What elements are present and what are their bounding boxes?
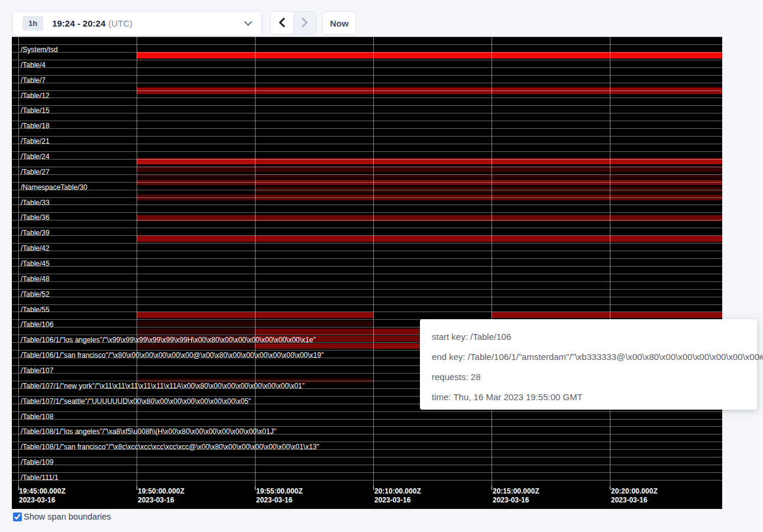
span-boundary-line — [12, 67, 722, 68]
show-span-boundaries-checkbox[interactable] — [13, 512, 22, 521]
row-label: /Table/36 — [21, 214, 50, 221]
heat-band — [137, 52, 722, 59]
heat-band — [373, 343, 420, 349]
row-label: /Table/39 — [21, 229, 50, 236]
span-boundary-line — [12, 105, 722, 106]
time-zone-text: (UTC) — [108, 18, 132, 28]
row-label: /Table/108/1/"san francisco"/"\x8c\xcc\x… — [21, 443, 319, 450]
row-label: /Table/108 — [21, 413, 53, 420]
row-label: /Table/15 — [21, 107, 50, 114]
span-boundary-line — [12, 75, 722, 76]
span-boundary-line — [12, 174, 722, 175]
time-range-select[interactable]: 1h 19:24 - 20:24 (UTC) — [12, 11, 262, 36]
row-label: /Table/42 — [21, 245, 50, 252]
span-boundary-line — [12, 228, 722, 228]
x-axis-label: 19:55:00.000Z2023-03-16 — [256, 487, 303, 505]
row-label: /Table/4 — [21, 61, 46, 69]
heat-band — [255, 329, 373, 335]
prev-time-button[interactable] — [271, 12, 293, 34]
span-boundary-line — [12, 235, 722, 236]
row-label: /Table/52 — [21, 291, 50, 298]
heat-band — [137, 329, 255, 335]
span-boundary-line — [12, 151, 722, 152]
row-label: /Table/109 — [21, 459, 53, 466]
span-boundary-line — [12, 44, 722, 45]
span-boundary-line — [12, 220, 722, 220]
span-boundary-line — [12, 113, 722, 113]
span-boundary-line — [12, 90, 722, 91]
column-grid-line — [373, 37, 374, 486]
span-boundary-line — [12, 52, 722, 53]
key-visualizer-canvas[interactable]: /System/tsd/Table/4/Table/7/Table/12/Tab… — [12, 37, 722, 509]
span-boundary-line — [12, 212, 722, 213]
column-grid-line — [610, 37, 610, 486]
span-boundary-line — [12, 289, 722, 290]
heat-band — [492, 312, 722, 318]
row-label: /Table/107/1/"new york"/"\x11\x11\x11\x1… — [21, 382, 305, 390]
row-label: /Table/106/1/"san francisco"/"\x80\x00\x… — [21, 352, 324, 359]
tooltip-requests: requests: 28 — [432, 367, 745, 387]
x-axis-label: 20:15:00.000Z2023-03-16 — [493, 487, 539, 505]
span-boundary-line — [12, 274, 722, 274]
span-boundary-line — [12, 411, 722, 412]
tooltip-time: time: Thu, 16 Mar 2023 19:55:00 GMT — [432, 387, 745, 407]
row-label: /Table/12 — [21, 92, 50, 99]
row-label: /System/tsd — [21, 46, 58, 53]
x-axis-label: 19:45:00.000Z2023-03-16 — [19, 487, 66, 505]
row-label: /Table/48 — [21, 275, 50, 283]
column-grid-line — [255, 37, 256, 486]
row-label: /Table/106/1/"los angeles"/"\x99\x99\x99… — [21, 336, 316, 343]
tooltip-start-key: start key: /Table/106 — [432, 327, 745, 347]
span-boundary-line — [12, 457, 722, 458]
span-boundary-line — [12, 312, 722, 312]
chevron-left-icon — [279, 18, 285, 29]
span-boundary-line — [12, 37, 722, 37]
time-nav-group — [270, 11, 316, 35]
span-boundary-line — [12, 297, 722, 297]
span-boundary-line — [12, 121, 722, 121]
show-span-boundaries-label[interactable]: Show span boundaries — [24, 512, 111, 521]
span-boundary-line — [12, 83, 722, 83]
heat-band — [137, 236, 722, 242]
x-axis-label: 20:10:00.000Z2023-03-16 — [374, 487, 421, 505]
row-label: /Table/18 — [21, 122, 50, 129]
row-label: /Table/107 — [21, 367, 53, 374]
span-boundary-line — [12, 159, 722, 160]
row-label: /Table/33 — [21, 199, 50, 206]
x-axis-tick — [137, 486, 137, 490]
span-boundary-line — [12, 128, 722, 129]
span-boundary-line — [12, 167, 722, 167]
column-grid-line — [137, 37, 137, 486]
span-boundary-line — [12, 266, 722, 267]
span-boundary-line — [12, 197, 722, 198]
span-boundary-line — [12, 258, 722, 259]
span-boundary-line — [12, 144, 722, 144]
span-boundary-line — [12, 281, 722, 282]
row-label: /Table/45 — [21, 260, 50, 267]
cell-tooltip: start key: /Table/106 end key: /Table/10… — [420, 319, 757, 410]
heat-band — [373, 336, 420, 342]
span-boundary-line — [12, 136, 722, 137]
next-time-button[interactable] — [293, 12, 316, 34]
x-axis-tick — [610, 486, 610, 490]
x-axis-label: 19:50:00.000Z2023-03-16 — [138, 487, 185, 505]
tooltip-end-key: end key: /Table/106/1/"amsterdam"/"\xb33… — [432, 347, 745, 367]
span-boundary-line — [12, 98, 722, 98]
column-grid-line — [492, 37, 492, 486]
row-label: /Table/108/1/"los angeles"/"\xa8\xf5\u00… — [21, 428, 276, 435]
span-boundary-line — [12, 472, 722, 473]
x-axis-label: 20:20:00.000Z2023-03-16 — [611, 487, 658, 505]
row-label: /Table/7 — [21, 77, 46, 84]
heat-band — [137, 343, 255, 349]
heat-band — [373, 329, 420, 335]
time-range-text: 19:24 - 20:24 — [52, 18, 105, 28]
span-boundary-line — [12, 182, 722, 183]
span-boundary-line — [12, 60, 722, 60]
row-label: /Table/24 — [21, 153, 50, 160]
x-axis-tick — [255, 486, 256, 490]
time-window-badge: 1h — [22, 16, 43, 31]
row-label: /Table/106 — [21, 321, 53, 328]
row-label: /Table/107/1/"seattle"/"UUUUUUD\x00\x80\… — [21, 398, 251, 405]
now-button[interactable]: Now — [322, 11, 356, 35]
span-boundary-line — [12, 243, 722, 244]
